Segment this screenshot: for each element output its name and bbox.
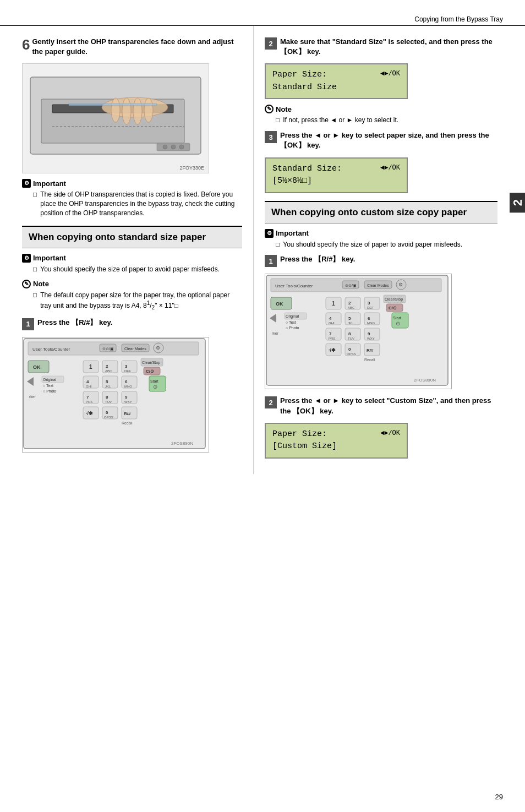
svg-text:PRS: PRS (329, 337, 335, 340)
svg-text:4: 4 (329, 316, 332, 321)
svg-point-5 (122, 98, 131, 124)
svg-point-13 (179, 145, 184, 149)
step-6-row: 6 Gently insert the OHP transparencies f… (22, 37, 242, 57)
ohp-svg (25, 66, 206, 171)
header-bar: Copying from the Bypass Tray (0, 11, 525, 26)
step-6-number: 6 (22, 37, 30, 53)
note-box-2: ✎ Note □ If not, press the ◄ or ► key to… (265, 105, 497, 125)
step-2-bottom-badge: 2 (265, 396, 277, 408)
svg-text:Clear Modes: Clear Modes (367, 284, 389, 287)
svg-text:OPSS: OPSS (104, 416, 113, 419)
svg-text:○ Text: ○ Text (43, 384, 53, 388)
step-2-right-row: 2 Make sure that "Standard Size" is sele… (265, 37, 497, 57)
svg-text:9: 9 (368, 331, 370, 336)
svg-point-7 (144, 98, 153, 122)
lcd3-line1: Paper Size: ◄►/OK (272, 428, 400, 441)
lcd1-line1: Paper Size: ◄►/OK (272, 69, 400, 81)
page-container: Copying from the Bypass Tray 2 6 Gently … (0, 0, 525, 812)
svg-text:7: 7 (329, 331, 332, 336)
svg-text:Start: Start (150, 379, 158, 383)
lcd3-line2: [Custom Size] (272, 440, 400, 453)
note-title-2: ✎ Note (265, 105, 497, 113)
svg-point-6 (133, 98, 142, 124)
svg-text:MNO: MNO (367, 321, 375, 325)
svg-text:MNO: MNO (124, 385, 132, 388)
step-1-left-badge: 1 (22, 318, 34, 330)
step-2-right-badge: 2 (265, 37, 277, 50)
svg-text:Original: Original (43, 378, 57, 382)
svg-text:TUV: TUV (105, 400, 112, 404)
step-3-right-row: 3 Press the ◄ or ► key to select paper s… (265, 130, 497, 150)
svg-text:6: 6 (368, 316, 370, 321)
svg-text:DEF: DEF (367, 306, 374, 309)
step-1-right-text: Press the 【R/#】 key. (280, 254, 497, 264)
svg-text:1: 1 (89, 364, 92, 370)
svg-text:Clear/Stop: Clear/Stop (385, 297, 403, 302)
svg-text:⊙: ⊙ (153, 384, 157, 390)
important-icon-2: ⚙ (22, 254, 31, 263)
note-title-1: ✎ Note (22, 280, 242, 288)
note-box-1: ✎ Note □ The default copy paper size for… (22, 280, 242, 312)
svg-text:·/✱: ·/✱ (329, 347, 336, 353)
chapter-tab: 2 (510, 193, 525, 212)
two-col-layout: 6 Gently insert the OHP transparencies f… (0, 26, 525, 474)
svg-text:2FOS890N: 2FOS890N (171, 441, 193, 446)
svg-text:○ Text: ○ Text (286, 320, 296, 324)
svg-point-4 (111, 98, 120, 122)
step-2-bottom-text: Press the ◄ or ► key to select "Custom S… (280, 396, 497, 416)
svg-point-12 (171, 145, 176, 149)
ohp-image: 2FOY330E (22, 63, 209, 173)
note-item-2: □ If not, press the ◄ or ► key to select… (276, 116, 497, 125)
note-icon-2: ✎ (265, 105, 274, 113)
lcd1-line2: Standard Size (272, 81, 400, 94)
svg-text:9: 9 (125, 395, 128, 400)
step-3-right-text: Press the ◄ or ► key to select paper siz… (280, 130, 497, 150)
note-item-2-text: If not, press the ◄ or ► key to select i… (283, 116, 398, 125)
svg-text:R/#: R/# (124, 411, 131, 416)
svg-text:OK: OK (276, 301, 283, 307)
step-6-text: Gently insert the OHP transparencies fac… (32, 37, 242, 57)
svg-text:JKL: JKL (105, 385, 111, 388)
svg-text:⊙⊙/▣: ⊙⊙/▣ (102, 347, 114, 351)
step-1-left-text: Press the 【R/#】 key. (37, 318, 242, 328)
note-icon-1: ✎ (22, 280, 31, 288)
header-title: Copying from the Bypass Tray (414, 15, 503, 23)
lcd1-icon: ◄►/OK (380, 69, 400, 79)
note-item-1: □ The default copy paper size for the pa… (33, 291, 242, 312)
svg-text:5: 5 (348, 316, 351, 321)
important-item-1: □ The side of OHP transparencies that is… (33, 190, 242, 217)
svg-text:7: 7 (86, 395, 89, 400)
keyboard-image-left: User Tools/Counter ⊙⊙/▣ Clear Modes ⚙ OK (22, 337, 209, 453)
svg-text:R/#: R/# (367, 348, 374, 353)
important-title-2: ⚙ Important (22, 254, 242, 263)
svg-text:○ Photo: ○ Photo (286, 326, 299, 330)
step-3-right-badge: 3 (265, 131, 277, 143)
svg-text:WXY: WXY (367, 337, 375, 340)
svg-text:⊙⊙/▣: ⊙⊙/▣ (345, 284, 357, 287)
lcd-display-3: Paper Size: ◄►/OK [Custom Size] (265, 423, 408, 459)
page-number: 29 (495, 793, 503, 801)
lcd-display-1: Paper Size: ◄►/OK Standard Size (265, 63, 408, 99)
important-title-3: ⚙ Important (265, 229, 497, 238)
lcd2-line1: Standard Size: ◄►/OK (272, 163, 400, 176)
svg-text:4: 4 (86, 379, 89, 384)
lcd3-icon: ◄►/OK (380, 428, 400, 438)
step-2-right-text: Make sure that "Standard Size" is select… (280, 37, 497, 57)
keyboard-image-right: User Tools/Counter ⊙⊙/▣ Clear Modes ⚙ OK… (265, 274, 452, 389)
svg-text:C/⊙: C/⊙ (389, 306, 397, 310)
lcd2-line2: [5½×8½□] (272, 175, 400, 188)
svg-text:JKL: JKL (348, 321, 354, 325)
svg-text:DEF: DEF (124, 369, 131, 373)
svg-text:8: 8 (106, 395, 108, 400)
svg-text:TUV: TUV (348, 337, 354, 340)
svg-text:Recall: Recall (364, 358, 375, 362)
svg-text:3: 3 (368, 301, 370, 306)
svg-text:2: 2 (348, 301, 351, 306)
svg-text:8: 8 (348, 331, 351, 336)
svg-text:Recall: Recall (122, 421, 133, 425)
svg-text:rker: rker (29, 395, 36, 399)
section-custom-header: When copying onto custom size copy paper (265, 201, 497, 224)
important-icon-1: ⚙ (22, 179, 31, 188)
svg-text:rker: rker (272, 331, 279, 335)
svg-text:2: 2 (106, 364, 108, 369)
